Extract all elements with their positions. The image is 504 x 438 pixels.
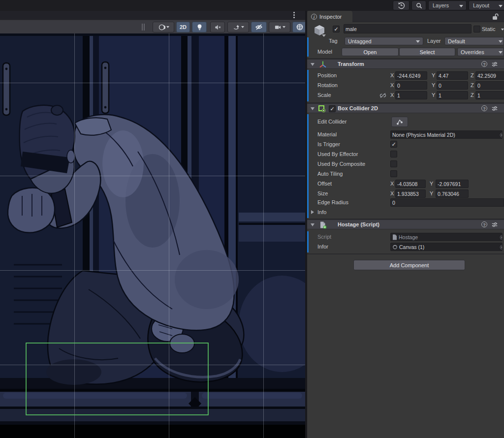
offset-y-field[interactable]: -2.097691 bbox=[436, 180, 469, 188]
presets-icon[interactable] bbox=[491, 105, 498, 112]
edge-radius-label: Edge Radius bbox=[317, 199, 348, 205]
foldout-open-icon[interactable] bbox=[311, 223, 315, 226]
transform-header[interactable]: Transform ? bbox=[307, 59, 504, 69]
object-picker-icon[interactable] bbox=[499, 132, 503, 138]
help-icon[interactable]: ? bbox=[481, 61, 487, 67]
used-by-composite-checkbox[interactable] bbox=[390, 160, 397, 167]
auto-tiling-checkbox[interactable] bbox=[390, 170, 397, 177]
box-collider-title: Box Collider 2D bbox=[338, 105, 378, 111]
script-label: Script bbox=[317, 234, 331, 240]
material-field[interactable]: None (Physics Material 2D) bbox=[390, 130, 503, 139]
main-toolbar: Layers Layout bbox=[0, 0, 504, 11]
is-trigger-label: Is Trigger bbox=[317, 141, 340, 147]
rotation-x-field[interactable]: 0 bbox=[395, 81, 427, 90]
scene-view[interactable] bbox=[0, 33, 305, 438]
infor-field[interactable]: Canvas (1) bbox=[390, 243, 503, 251]
hair-knot bbox=[51, 105, 63, 115]
collider-enabled-checkbox[interactable]: ✓ bbox=[329, 105, 336, 112]
material-value: None (Physics Material 2D) bbox=[392, 132, 455, 138]
override-indicator bbox=[307, 231, 309, 252]
static-checkbox[interactable] bbox=[473, 26, 480, 32]
edit-collider-button[interactable] bbox=[391, 117, 408, 127]
edge-radius-field[interactable]: 0 bbox=[390, 198, 504, 207]
size-label: Size bbox=[317, 190, 328, 196]
foldout-open-icon[interactable] bbox=[311, 63, 315, 66]
help-icon[interactable]: ? bbox=[481, 221, 487, 227]
model-open-button[interactable]: Open bbox=[342, 48, 399, 56]
position-y-field[interactable]: 4.47 bbox=[437, 71, 468, 80]
effects-dropdown-button[interactable] bbox=[227, 22, 249, 32]
inspector-tabbar: i Inspector bbox=[307, 11, 504, 22]
link-broken-icon[interactable] bbox=[379, 92, 387, 99]
script-icon bbox=[319, 221, 327, 229]
scene-lighting-toggle[interactable] bbox=[192, 22, 207, 32]
sparkle-effects-icon bbox=[233, 24, 240, 31]
auto-tiling-label: Auto Tiling bbox=[317, 171, 343, 177]
box-collider-icon bbox=[318, 105, 326, 113]
open-label: Open bbox=[364, 49, 377, 55]
position-z-field[interactable]: 42.2509 bbox=[475, 71, 504, 80]
gameobject-name-field[interactable]: male bbox=[344, 24, 472, 33]
object-picker-icon[interactable] bbox=[499, 234, 503, 241]
help-icon[interactable]: ? bbox=[481, 105, 487, 111]
inspector-panel: i Inspector ✓ male Static Tag Untagged bbox=[307, 11, 504, 438]
size-y-field[interactable]: 0.763046 bbox=[436, 189, 469, 198]
presets-icon[interactable] bbox=[491, 221, 498, 228]
overrides-dropdown[interactable]: Overrides bbox=[457, 48, 504, 56]
rotation-y-field[interactable]: 0 bbox=[437, 81, 468, 90]
rotation-z-field[interactable]: 0 bbox=[475, 81, 504, 90]
gameobject-active-checkbox[interactable]: ✓ bbox=[333, 26, 340, 32]
position-x-field[interactable]: -244.6249 bbox=[395, 71, 427, 80]
model-select-button[interactable]: Select bbox=[399, 48, 455, 56]
script-field[interactable]: Hostage bbox=[390, 233, 503, 241]
scale-z-field[interactable]: 1 bbox=[475, 91, 504, 99]
tab-inspector[interactable]: i Inspector bbox=[307, 11, 352, 22]
layout-dropdown[interactable]: Layout bbox=[469, 0, 504, 10]
inspector-tab-label: Inspector bbox=[319, 14, 342, 20]
offset-x-field[interactable]: -4.03508 bbox=[395, 180, 426, 188]
static-dropdown-icon[interactable] bbox=[501, 29, 504, 31]
z-axis-label: Z bbox=[471, 72, 474, 78]
foldout-open-icon[interactable] bbox=[311, 107, 315, 110]
toolbar-drag-handle[interactable] bbox=[142, 24, 145, 31]
add-component-button[interactable]: Add Component bbox=[353, 260, 465, 270]
camera-settings-button[interactable] bbox=[269, 22, 290, 32]
tag-label: Tag bbox=[329, 38, 338, 44]
audio-mute-toggle[interactable] bbox=[210, 22, 225, 32]
info-foldout-label[interactable]: Info bbox=[317, 209, 326, 215]
chevron-down-icon bbox=[241, 26, 244, 28]
undo-history-button[interactable] bbox=[393, 0, 410, 10]
layer-label: Layer bbox=[427, 38, 441, 44]
scale-x-field[interactable]: 1 bbox=[395, 91, 427, 99]
layer-dropdown[interactable]: Default bbox=[444, 37, 504, 45]
foldout-closed-icon[interactable] bbox=[311, 210, 314, 214]
draw-mode-button[interactable] bbox=[153, 22, 174, 32]
hidden-objects-toggle[interactable] bbox=[251, 22, 267, 32]
hostage-script-header[interactable]: Hostage (Script) ? bbox=[307, 219, 504, 229]
script-file-icon bbox=[392, 234, 397, 240]
used-by-effector-checkbox[interactable] bbox=[390, 151, 397, 157]
script-value: Hostage bbox=[399, 234, 418, 240]
scale-y-field[interactable]: 1 bbox=[437, 91, 468, 99]
2d-mode-toggle[interactable]: 2D bbox=[176, 22, 190, 32]
size-x-field[interactable]: 1.933853 bbox=[395, 189, 426, 198]
add-component-label: Add Component bbox=[390, 262, 429, 268]
box-collider-header[interactable]: ✓ Box Collider 2D ? bbox=[307, 103, 504, 113]
tag-value: Untagged bbox=[348, 38, 372, 44]
scene-menu-kebab-icon[interactable] bbox=[293, 12, 295, 18]
overrides-label: Overrides bbox=[461, 49, 484, 55]
is-trigger-checkbox[interactable]: ✓ bbox=[390, 141, 397, 148]
gameobject-name: male bbox=[346, 26, 357, 32]
search-button[interactable] bbox=[411, 0, 426, 10]
presets-icon[interactable] bbox=[491, 61, 498, 68]
position-label: Position bbox=[317, 72, 337, 78]
object-picker-icon[interactable] bbox=[499, 244, 503, 250]
chevron-down-icon bbox=[283, 26, 285, 28]
layers-dropdown[interactable]: Layers bbox=[428, 0, 467, 10]
layer-value: Default bbox=[448, 38, 465, 44]
canvas-object-icon bbox=[392, 244, 398, 250]
override-indicator bbox=[307, 37, 309, 57]
tag-dropdown[interactable]: Untagged bbox=[345, 37, 423, 45]
lock-icon[interactable] bbox=[491, 13, 499, 21]
static-label: Static bbox=[482, 26, 496, 32]
